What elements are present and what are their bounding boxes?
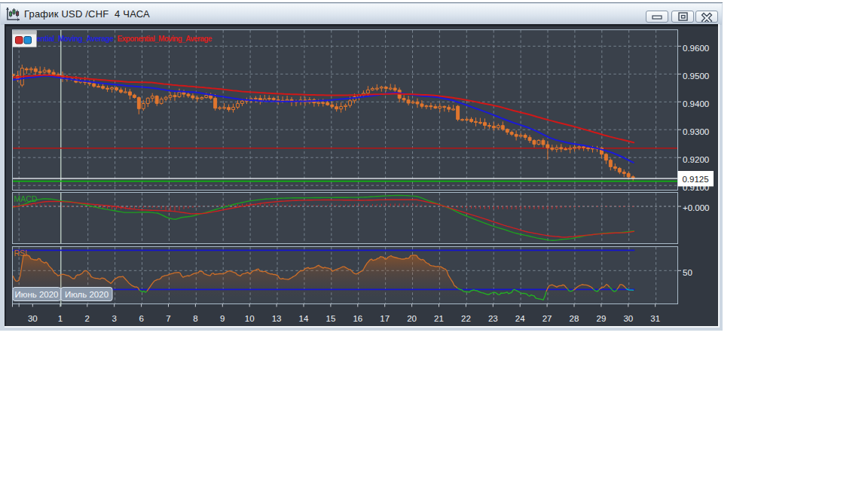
svg-text:0.9300: 0.9300	[683, 127, 709, 136]
svg-text:0.9125: 0.9125	[682, 175, 708, 184]
svg-text:10: 10	[245, 314, 255, 323]
svg-text:30: 30	[28, 314, 38, 323]
svg-text:9: 9	[220, 314, 225, 323]
svg-text:+0.000: +0.000	[683, 203, 710, 212]
svg-text:2: 2	[85, 314, 90, 323]
svg-text:22: 22	[461, 314, 471, 323]
svg-text:21: 21	[434, 314, 444, 323]
svg-text:0.9600: 0.9600	[683, 44, 709, 53]
svg-text:16: 16	[353, 314, 362, 323]
svg-text:20: 20	[407, 314, 417, 323]
svg-text:Exponential_Moving_Average: Exponential_Moving_Average	[118, 35, 212, 43]
svg-text:15: 15	[326, 314, 336, 323]
svg-text:28: 28	[570, 314, 579, 323]
svg-text:50: 50	[683, 268, 692, 277]
svg-text:23: 23	[488, 314, 498, 323]
svg-text:8: 8	[193, 314, 197, 323]
svg-text:31: 31	[650, 314, 660, 323]
svg-text:6: 6	[139, 314, 143, 323]
svg-text:1: 1	[58, 314, 63, 323]
svg-text:3: 3	[112, 314, 116, 323]
svg-text:0.9200: 0.9200	[683, 155, 709, 164]
svg-text:MACD: MACD	[14, 194, 38, 203]
svg-text:13: 13	[272, 314, 282, 323]
svg-text:ential_Moving_Average: ential_Moving_Average	[37, 35, 115, 43]
svg-text:27: 27	[542, 314, 552, 323]
svg-text:30: 30	[623, 314, 633, 323]
svg-text:24: 24	[515, 314, 525, 323]
svg-text:0.9400: 0.9400	[683, 99, 709, 108]
svg-text:7: 7	[166, 314, 170, 323]
svg-text:29: 29	[597, 314, 607, 323]
svg-text:17: 17	[380, 314, 390, 323]
svg-text:Июнь 2020: Июнь 2020	[14, 290, 58, 299]
svg-text:14: 14	[299, 314, 309, 323]
svg-text:Июль 2020: Июль 2020	[65, 290, 108, 299]
svg-text:RSI: RSI	[14, 249, 28, 258]
svg-text:0.9500: 0.9500	[683, 72, 709, 81]
